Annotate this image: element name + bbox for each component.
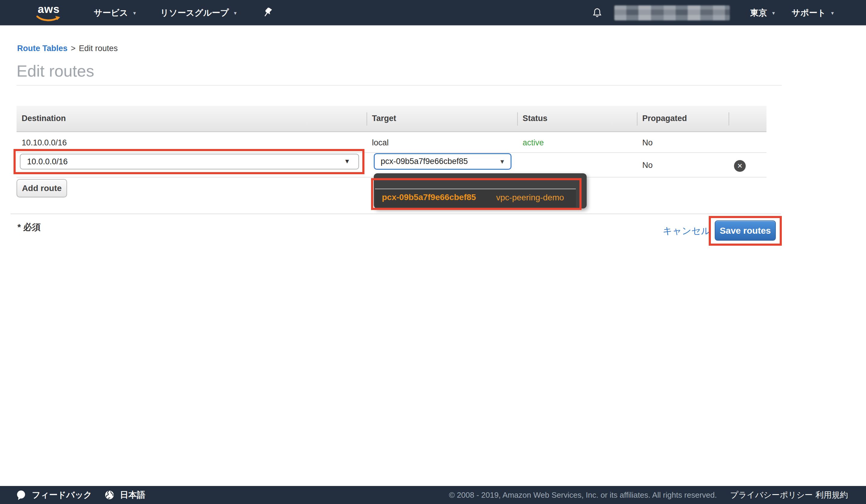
account-name-redacted[interactable] xyxy=(614,5,730,20)
page-title: Edit routes xyxy=(16,61,94,80)
breadcrumb: Route Tables > Edit routes xyxy=(17,44,118,53)
feedback-label: フィードバック xyxy=(32,489,92,501)
actions-divider xyxy=(11,214,781,214)
pushpin-icon xyxy=(260,6,274,20)
target-select-value: pcx-09b5a7f9e66cbef85 xyxy=(381,157,468,166)
feedback-button[interactable]: フィードバック xyxy=(15,489,92,501)
support-menu[interactable]: サポート xyxy=(792,0,835,26)
region-label: 東京 xyxy=(750,7,767,19)
destination-input[interactable] xyxy=(20,154,359,169)
required-note: * 必須 xyxy=(18,221,41,233)
nav-resource-groups-menu[interactable]: リソースグループ xyxy=(160,0,237,26)
speech-bubble-icon xyxy=(15,489,27,501)
privacy-policy-link[interactable]: プライバシーポリシー xyxy=(730,490,813,501)
aws-smile-icon xyxy=(36,15,61,22)
breadcrumb-route-tables-link[interactable]: Route Tables xyxy=(17,44,68,53)
cancel-link[interactable]: キャンセル xyxy=(663,225,711,237)
chevron-down-icon xyxy=(771,11,776,15)
nav-services-label: サービス xyxy=(94,7,128,19)
aws-logo-text: aws xyxy=(36,3,61,15)
column-separator xyxy=(729,112,729,126)
routes-table-header: Destination Target Status Propagated xyxy=(16,106,766,132)
breadcrumb-separator: > xyxy=(71,44,76,53)
terms-link[interactable]: 利用規約 xyxy=(815,490,848,501)
aws-logo[interactable]: aws xyxy=(36,3,61,22)
chevron-down-icon xyxy=(830,11,835,15)
row1-status: active xyxy=(523,133,544,152)
add-route-button[interactable]: Add route xyxy=(16,179,67,197)
copyright-text: © 2008 - 2019, Amazon Web Services, Inc.… xyxy=(449,491,717,500)
target-select[interactable]: pcx-09b5a7f9e66cbef85 xyxy=(374,153,511,170)
bell-icon xyxy=(591,7,603,20)
globe-icon xyxy=(104,489,115,501)
column-header-propagated: Propagated xyxy=(642,106,687,131)
dropdown-option-id[interactable]: pcx-09b5a7f9e66cbef85 xyxy=(382,193,476,202)
row1-target: local xyxy=(372,133,389,152)
column-header-target: Target xyxy=(372,106,396,131)
row1-destination: 10.10.0.0/16 xyxy=(22,133,67,152)
nav-services-menu[interactable]: サービス xyxy=(94,0,137,26)
column-separator xyxy=(367,112,367,126)
dropdown-option-name[interactable]: vpc-peering-demo xyxy=(496,193,564,203)
row1-propagated: No xyxy=(642,133,653,152)
nav-resource-groups-label: リソースグループ xyxy=(160,7,229,19)
chevron-down-icon xyxy=(499,159,505,164)
remove-route-button[interactable] xyxy=(734,160,746,172)
aws-console-page: aws サービス リソースグループ xyxy=(0,0,866,504)
chevron-down-icon[interactable] xyxy=(344,158,350,165)
column-separator xyxy=(637,112,637,126)
breadcrumb-current: Edit routes xyxy=(79,44,118,53)
notifications-button[interactable] xyxy=(591,7,603,20)
chevron-down-icon xyxy=(132,11,137,15)
chevron-down-icon xyxy=(233,11,237,15)
top-navigation-bar: aws サービス リソースグループ xyxy=(0,0,866,26)
column-header-destination: Destination xyxy=(22,106,66,131)
title-divider xyxy=(16,85,782,85)
language-label: 日本語 xyxy=(120,489,145,501)
save-routes-button[interactable]: Save routes xyxy=(715,220,776,241)
language-selector[interactable]: 日本語 xyxy=(104,489,145,501)
footer-bar: フィードバック 日本語 © 2008 - 2019, Amazon Web Se… xyxy=(0,486,866,504)
pin-shortcut-button[interactable] xyxy=(260,6,274,20)
column-separator xyxy=(517,112,518,126)
column-header-status: Status xyxy=(523,106,547,131)
support-label: サポート xyxy=(792,7,826,19)
region-selector[interactable]: 東京 xyxy=(750,0,776,26)
row2-propagated: No xyxy=(642,153,653,177)
table-row-local-route: 10.10.0.0/16 local active No xyxy=(16,133,766,153)
